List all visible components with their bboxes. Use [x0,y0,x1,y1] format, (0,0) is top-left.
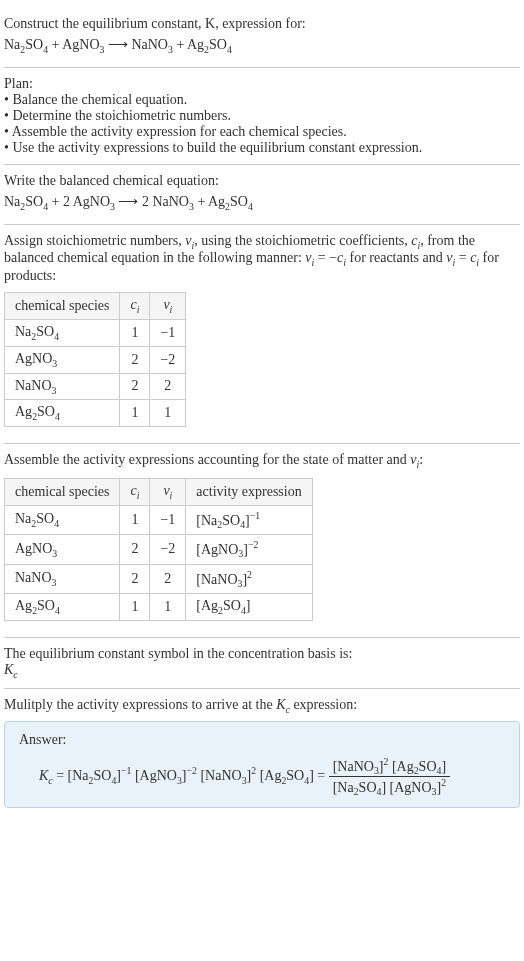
unbalanced-equation: Na2SO4 + AgNO3 ⟶ NaNO3 + Ag2SO4 [4,36,520,55]
table-row: AgNO32−2 [5,346,186,373]
plan-section: Plan: • Balance the chemical equation. •… [4,68,520,165]
cell-expr: [Na2SO4]−1 [186,505,312,534]
cell-vi: 2 [150,373,186,400]
table-row: NaNO322 [5,373,186,400]
table-header-row: chemical species ci νi [5,293,186,320]
cell-vi: 2 [150,564,186,593]
cell-ci: 1 [120,505,150,534]
cell-ci: 2 [120,373,150,400]
multiply-instruction: Mulitply the activity expressions to arr… [4,697,520,715]
cell-ci: 1 [120,319,150,346]
balanced-section: Write the balanced chemical equation: Na… [4,165,520,225]
balanced-equation: Na2SO4 + 2 AgNO3 ⟶ 2 NaNO3 + Ag2SO4 [4,193,520,212]
prompt-text: Construct the equilibrium constant, K, e… [4,16,520,32]
activity-table: chemical species ci νi activity expressi… [4,478,313,621]
col-species: chemical species [5,293,120,320]
cell-vi: −2 [150,535,186,564]
cell-ci: 2 [120,346,150,373]
table-row: AgNO32−2[AgNO3]−2 [5,535,313,564]
cell-species: AgNO3 [5,346,120,373]
col-ci: ci [120,478,150,505]
table-header-row: chemical species ci νi activity expressi… [5,478,313,505]
answer-label: Answer: [19,732,505,748]
cell-species: NaNO3 [5,564,120,593]
col-species: chemical species [5,478,120,505]
table-row: Na2SO41−1[Na2SO4]−1 [5,505,313,534]
cell-ci: 2 [120,564,150,593]
cell-species: Na2SO4 [5,505,120,534]
cell-vi: 1 [150,594,186,621]
cell-vi: −1 [150,505,186,534]
plan-item: • Assemble the activity expression for e… [4,124,520,140]
cell-expr: [AgNO3]−2 [186,535,312,564]
plan-title: Plan: [4,76,520,92]
col-expr: activity expression [186,478,312,505]
cell-ci: 2 [120,535,150,564]
answer-expression: Kc = [Na2SO4]−1 [AgNO3]−2 [NaNO3]2 [Ag2S… [19,756,505,798]
col-ci: ci [120,293,150,320]
cell-ci: 1 [120,594,150,621]
stoich-section: Assign stoichiometric numbers, νi, using… [4,225,520,445]
cell-species: Na2SO4 [5,319,120,346]
cell-vi: −2 [150,346,186,373]
table-row: Ag2SO411 [5,400,186,427]
cell-species: AgNO3 [5,535,120,564]
fraction-denominator: [Na2SO4] [AgNO3]2 [329,777,450,797]
header-section: Construct the equilibrium constant, K, e… [4,8,520,68]
answer-box: Answer: Kc = [Na2SO4]−1 [AgNO3]−2 [NaNO3… [4,721,520,809]
plan-item: • Determine the stoichiometric numbers. [4,108,520,124]
multiply-section: Mulitply the activity expressions to arr… [4,689,520,817]
answer-fraction: [NaNO3]2 [Ag2SO4][Na2SO4] [AgNO3]2 [329,756,450,798]
cell-expr: [Ag2SO4] [186,594,312,621]
fraction-numerator: [NaNO3]2 [Ag2SO4] [329,756,450,777]
col-vi: νi [150,293,186,320]
cell-species: Ag2SO4 [5,594,120,621]
cell-species: NaNO3 [5,373,120,400]
activity-instruction: Assemble the activity expressions accoun… [4,452,520,470]
answer-lhs: Kc = [Na2SO4]−1 [AgNO3]−2 [NaNO3]2 [Ag2S… [39,768,329,783]
plan-item: • Use the activity expressions to build … [4,140,520,156]
symbol-section: The equilibrium constant symbol in the c… [4,638,520,689]
stoich-instruction: Assign stoichiometric numbers, νi, using… [4,233,520,285]
balanced-instruction: Write the balanced chemical equation: [4,173,520,189]
table-row: Ag2SO411[Ag2SO4] [5,594,313,621]
cell-species: Ag2SO4 [5,400,120,427]
cell-expr: [NaNO3]2 [186,564,312,593]
cell-vi: 1 [150,400,186,427]
cell-ci: 1 [120,400,150,427]
plan-item: • Balance the chemical equation. [4,92,520,108]
table-row: NaNO322[NaNO3]2 [5,564,313,593]
symbol-line1: The equilibrium constant symbol in the c… [4,646,520,662]
table-row: Na2SO41−1 [5,319,186,346]
cell-vi: −1 [150,319,186,346]
col-vi: νi [150,478,186,505]
symbol-line2: Kc [4,662,520,680]
activity-section: Assemble the activity expressions accoun… [4,444,520,638]
stoich-table: chemical species ci νi Na2SO41−1 AgNO32−… [4,292,186,427]
